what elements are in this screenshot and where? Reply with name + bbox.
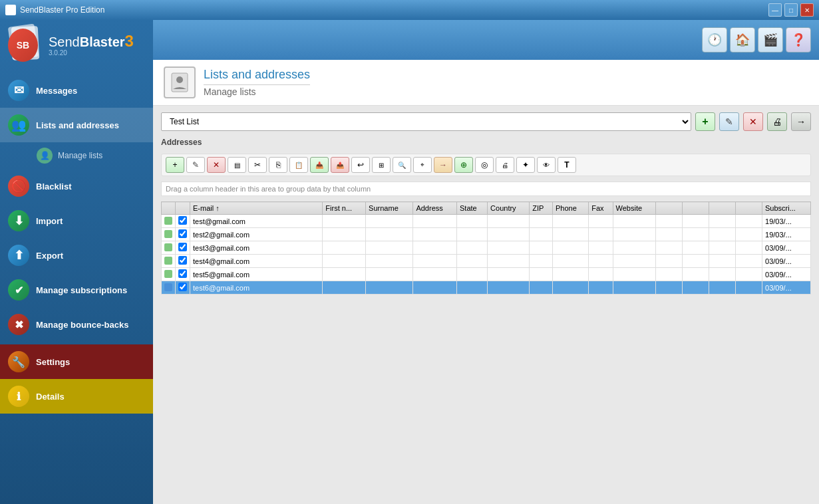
text-button[interactable]: T	[558, 157, 576, 173]
sidebar-item-blacklist[interactable]: 🚫 Blacklist	[0, 169, 153, 203]
sidebar-item-manage-subscriptions[interactable]: ✔ Manage subscriptions	[0, 273, 153, 307]
delete-addr-button[interactable]: ✕	[207, 157, 226, 173]
row-subscribed-1: 19/03/...	[762, 228, 811, 241]
row-check-4[interactable]	[176, 268, 190, 281]
add-list-button[interactable]: +	[695, 112, 715, 131]
table-row[interactable]: test6@gmail.com 03/09/...	[162, 281, 811, 295]
add2-button[interactable]: ⊕	[454, 157, 473, 173]
title-bar: S SendBlaster Pro Edition — □ ✕	[0, 0, 819, 20]
paste-button[interactable]: 📋	[289, 157, 308, 173]
row-extra1-5	[656, 281, 683, 295]
table-row[interactable]: test2@gmail.com 19/03/...	[162, 228, 811, 241]
list-area: Test List + ✎ ✕ 🖨 → Addresses + ✎ ✕ ▤ ✂ …	[153, 106, 819, 504]
row-website-4	[613, 268, 656, 281]
col-color-header[interactable]	[162, 202, 176, 215]
delete-list-button[interactable]: ✕	[743, 112, 763, 131]
sidebar-item-export[interactable]: ⬆ Export	[0, 238, 153, 273]
col-subscribed-header[interactable]: Subscri...	[762, 202, 811, 215]
add-addr-button[interactable]: +	[166, 157, 184, 173]
minimize-button[interactable]: —	[768, 3, 782, 17]
search-button[interactable]: 🔍	[393, 157, 411, 173]
help-button[interactable]: ❓	[786, 27, 811, 53]
undo-button[interactable]: ↩	[351, 157, 370, 173]
table-row[interactable]: test4@gmail.com 03/09/...	[162, 255, 811, 268]
row-firstname-1	[323, 228, 366, 241]
maximize-button[interactable]: □	[784, 3, 798, 17]
row-check-5[interactable]	[176, 281, 190, 295]
history-button[interactable]: 🕐	[702, 27, 727, 53]
sidebar-item-messages[interactable]: ✉ Messages	[0, 73, 153, 108]
grid-button[interactable]: ⊞	[372, 157, 391, 173]
row-email-2: test3@gmail.com	[190, 241, 323, 255]
col-website-header[interactable]: Website	[613, 202, 656, 215]
row-check-3[interactable]	[176, 255, 190, 268]
col-email-header[interactable]: E-mail ↑	[190, 202, 323, 215]
select-all-button[interactable]: ▤	[228, 157, 246, 173]
messages-icon: ✉	[8, 80, 29, 101]
print-list-button[interactable]: 🖨	[767, 112, 787, 131]
table-wrapper[interactable]: E-mail ↑ First n... Surname Address Stat…	[161, 201, 811, 295]
row-extra4-1	[736, 228, 762, 241]
row-fax-5	[589, 281, 613, 295]
row-extra1-3	[656, 255, 683, 268]
row-address-3	[413, 255, 457, 268]
col-extra1-header	[656, 202, 683, 215]
row-country-0	[488, 215, 530, 228]
sidebar-item-bouncebacks[interactable]: ✖ Manage bounce-backs	[0, 307, 153, 342]
sidebar-item-lists[interactable]: 👥 Lists and addresses	[0, 108, 153, 142]
video-button[interactable]: 🎬	[758, 27, 783, 53]
col-firstname-header[interactable]: First n...	[323, 202, 366, 215]
col-fax-header[interactable]: Fax	[589, 202, 613, 215]
row-firstname-2	[323, 241, 366, 255]
row-check-1[interactable]	[176, 228, 190, 241]
star-button[interactable]: ✦	[516, 157, 535, 173]
export-button[interactable]: 📤	[331, 157, 349, 173]
sub-items: 👤 Manage lists	[0, 142, 153, 169]
list-dropdown[interactable]: Test List	[161, 112, 691, 131]
export-list-button[interactable]: →	[791, 112, 811, 131]
copy-button[interactable]: ⎘	[269, 157, 287, 173]
col-state-header[interactable]: State	[456, 202, 487, 215]
row-state-2	[456, 241, 487, 255]
table-row[interactable]: test5@gmail.com 03/09/...	[162, 268, 811, 281]
row-website-0	[613, 215, 656, 228]
sidebar-item-import[interactable]: ⬇ Import	[0, 203, 153, 238]
sidebar-item-manage-lists[interactable]: 👤 Manage lists	[0, 142, 153, 169]
close-button[interactable]: ✕	[800, 3, 814, 17]
edit-addr-button[interactable]: ✎	[186, 157, 205, 173]
table-row[interactable]: test3@gmail.com 03/09/...	[162, 241, 811, 255]
row-extra2-4	[683, 268, 709, 281]
row-extra1-4	[656, 268, 683, 281]
sidebar-item-details[interactable]: ℹ Details	[0, 379, 153, 414]
row-extra4-5	[736, 281, 762, 295]
col-surname-header[interactable]: Surname	[366, 202, 413, 215]
row-check-0[interactable]	[176, 215, 190, 228]
row-fax-4	[589, 268, 613, 281]
cut-button[interactable]: ✂	[248, 157, 267, 173]
edit-list-button[interactable]: ✎	[719, 112, 739, 131]
col-phone-header[interactable]: Phone	[552, 202, 588, 215]
row-check-2[interactable]	[176, 241, 190, 255]
view-button[interactable]: 👁	[537, 157, 556, 173]
sidebar-item-settings[interactable]: 🔧 Settings	[0, 344, 153, 379]
col-zip-header[interactable]: ZIP	[530, 202, 553, 215]
row-fax-3	[589, 255, 613, 268]
filter-button[interactable]: ⌖	[413, 157, 432, 173]
col-address-header[interactable]: Address	[413, 202, 457, 215]
table-row[interactable]: test@gmail.com 19/03/...	[162, 215, 811, 228]
home-button[interactable]: 🏠	[730, 27, 755, 53]
col-check-header[interactable]	[176, 202, 190, 215]
row-phone-4	[552, 268, 588, 281]
row-country-1	[488, 228, 530, 241]
col-extra4-header	[736, 202, 762, 215]
row-extra3-0	[709, 215, 736, 228]
import-button[interactable]: 📥	[310, 157, 329, 173]
row-country-2	[488, 241, 530, 255]
col-country-header[interactable]: Country	[488, 202, 530, 215]
row-extra2-2	[683, 241, 709, 255]
print2-button[interactable]: 🖨	[496, 157, 514, 173]
row-color-5	[162, 281, 176, 295]
sidebar-label-subscriptions: Manage subscriptions	[36, 285, 127, 295]
move-button[interactable]: →	[434, 157, 452, 173]
target-button[interactable]: ◎	[475, 157, 494, 173]
